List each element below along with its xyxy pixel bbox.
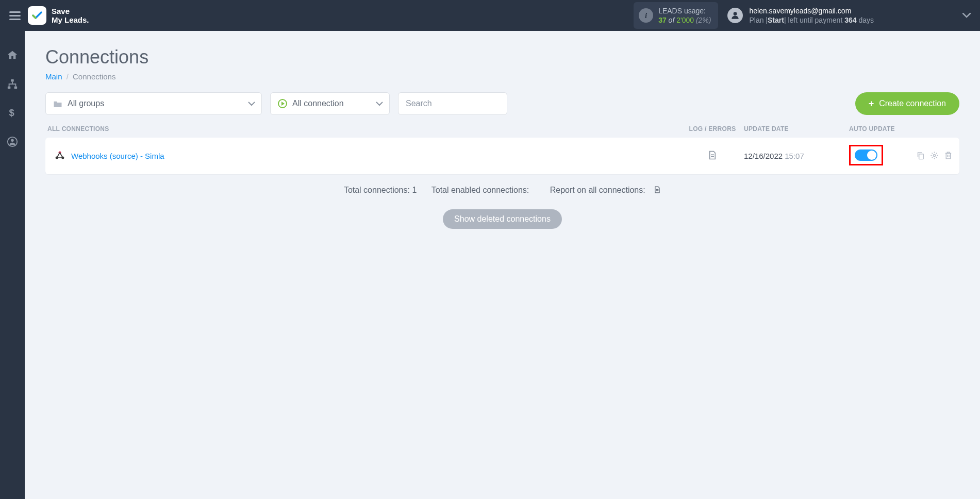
sidebar-home[interactable] (7, 49, 18, 63)
auto-update-toggle[interactable] (855, 149, 877, 161)
svg-rect-3 (14, 87, 17, 89)
plus-icon: + (869, 98, 874, 109)
trash-icon[interactable] (944, 151, 953, 161)
summary-enabled: Total enabled connections: (431, 186, 529, 194)
svg-rect-2 (8, 87, 11, 89)
main-content: Connections Main / Connections All group… (25, 31, 980, 244)
svg-text:$: $ (9, 107, 14, 118)
groups-filter[interactable]: All groups (45, 92, 262, 115)
chevron-down-icon (376, 99, 383, 108)
usage-values: 37 of 2'000 (2%) (658, 15, 711, 25)
breadcrumb: Main / Connections (45, 72, 959, 81)
table-row: Webhooks (source) - Simla 12/16/2022 15:… (45, 138, 959, 174)
col-header-auto: AUTO UPDATE (849, 125, 911, 132)
sidebar: $ (0, 31, 25, 244)
topbar: Save My Leads. i LEADS usage: 37 of 2'00… (0, 0, 980, 31)
folder-icon (53, 99, 62, 108)
sidebar-connections[interactable] (7, 78, 18, 92)
connection-filter[interactable]: All connection (270, 92, 390, 115)
update-date: 12/16/2022 15:07 (741, 152, 849, 160)
svg-rect-1 (11, 79, 14, 82)
summary-total: Total connections: 1 (344, 186, 417, 194)
svg-point-11 (933, 154, 935, 156)
play-icon (278, 99, 287, 108)
webhook-icon (55, 150, 65, 162)
chevron-down-icon (248, 99, 255, 108)
summary-row: Total connections: 1 Total enabled conne… (45, 186, 959, 195)
avatar-icon (727, 8, 743, 23)
highlight-box (849, 145, 883, 165)
table-header: ALL CONNECTIONS LOG / ERRORS UPDATE DATE… (45, 125, 959, 138)
report-icon (654, 186, 661, 194)
svg-point-0 (734, 12, 737, 15)
gear-icon[interactable] (930, 151, 939, 161)
breadcrumb-current: Connections (73, 72, 115, 81)
sidebar-billing[interactable]: $ (7, 107, 18, 121)
usage-label: LEADS usage: (658, 6, 711, 15)
brand-name: Save My Leads. (52, 7, 89, 25)
create-connection-button[interactable]: + Create connection (855, 92, 959, 115)
filter-controls: All groups All connection + Create conne… (45, 92, 959, 115)
account-email: helen.savemyleads@gmail.com (749, 6, 874, 15)
sidebar-profile[interactable] (7, 136, 18, 149)
copy-icon[interactable] (916, 151, 925, 161)
usage-box[interactable]: i LEADS usage: 37 of 2'000 (2%) (634, 2, 718, 29)
account-menu[interactable]: helen.savemyleads@gmail.com Plan |Start|… (727, 6, 971, 25)
summary-report: Report on all connections: (544, 186, 661, 194)
info-icon: i (639, 8, 653, 23)
chevron-down-icon[interactable] (962, 11, 971, 20)
svg-point-6 (11, 139, 14, 142)
breadcrumb-main[interactable]: Main (45, 72, 62, 81)
search-input[interactable] (398, 92, 507, 115)
menu-toggle[interactable] (9, 11, 21, 20)
col-header-name: ALL CONNECTIONS (47, 125, 684, 132)
page-title: Connections (45, 46, 959, 68)
col-header-log: LOG / ERRORS (684, 125, 741, 132)
log-button[interactable] (684, 150, 741, 162)
app-logo[interactable] (28, 6, 46, 25)
col-header-date: UPDATE DATE (741, 125, 849, 132)
connection-link[interactable]: Webhooks (source) - Simla (71, 152, 164, 160)
svg-rect-10 (919, 154, 923, 159)
account-plan: Plan |Start| left until payment 364 days (749, 15, 874, 25)
show-deleted-button[interactable]: Show deleted connections (443, 209, 562, 229)
